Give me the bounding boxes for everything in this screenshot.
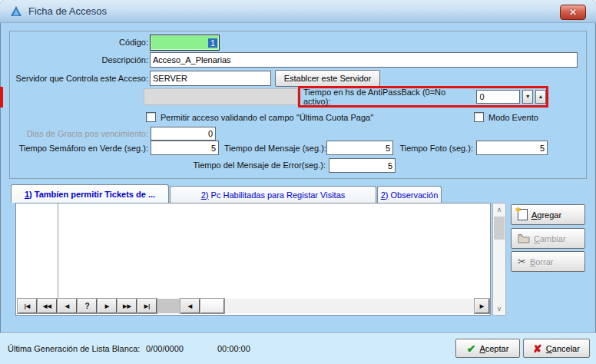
close-button[interactable]: ✕: [560, 5, 586, 20]
mensaje-error-label: Tiempo del Mensaje de Error(seg.):: [164, 160, 326, 170]
hscroll-thumb[interactable]: [200, 299, 224, 313]
antipassback-highlight: Tiempo en hs de AntiPassBack (0=No activ…: [298, 86, 548, 108]
new-document-icon: ✶: [518, 209, 528, 220]
establecer-servidor-button[interactable]: Establcer este Servidor: [275, 70, 380, 87]
vscroll-thumb[interactable]: [494, 217, 505, 240]
antipassback-label: Tiempo en hs de AntiPassBack (0=No activ…: [303, 88, 474, 106]
agregar-button[interactable]: ✶ Agregar: [511, 204, 585, 225]
permitir-checkbox-label: Permitir acceso validando el campo ''Últ…: [161, 113, 373, 122]
lista-blanca-date: 0/00/0000: [146, 344, 184, 353]
nav-first-button[interactable]: |◀: [18, 299, 37, 313]
hscroll-left-icon[interactable]: ◀: [180, 299, 200, 313]
tab-pc-habilitadas[interactable]: 2) Pc Habilitadas para Registar Visitas: [170, 186, 376, 203]
dias-gracia-label: Dias de Gracia pos vencimiento:: [15, 129, 148, 138]
servidor-label: Servidor que Controla este Acceso:: [15, 74, 148, 83]
hscroll-right-icon[interactable]: ▶: [475, 299, 489, 313]
cross-icon: ✘: [533, 342, 542, 355]
app-logo-icon: [10, 5, 22, 18]
mensaje-error-input[interactable]: [329, 158, 396, 173]
disabled-progress-bar: [144, 88, 298, 105]
codigo-label: Código:: [46, 38, 148, 47]
spin-up-icon[interactable]: ▲: [535, 90, 546, 104]
mensaje-input[interactable]: [326, 141, 393, 155]
hscrollbar-gap: [157, 299, 180, 313]
dialog-ficha-de-accesos: Ficha de Accesos ✕ Código: 1 Descripción…: [0, 0, 596, 364]
servidor-input[interactable]: [150, 71, 271, 86]
close-icon: ✕: [569, 7, 577, 18]
cancelar-button[interactable]: ✘ Cancelar: [523, 339, 590, 358]
scroll-up-icon[interactable]: ∧: [493, 204, 505, 216]
footer-panel: Última Generación de Lista Blanca: 0/00/…: [0, 333, 596, 364]
permitir-checkbox[interactable]: [146, 112, 156, 122]
foto-input[interactable]: [476, 141, 548, 155]
nav-prior-button[interactable]: ◀: [58, 299, 77, 313]
list-column-divider: [58, 204, 58, 298]
annotation-left-mark: [0, 87, 3, 108]
tickets-list[interactable]: |◀ ◀◀ ◀ ? ▶ ▶▶ ▶| ◀ ▶: [15, 203, 491, 316]
folder-icon: [518, 233, 530, 243]
check-icon: ✔: [467, 342, 476, 355]
tab-tickets[interactable]: 1) Tambíen permitir Tickets de ...: [11, 184, 169, 203]
nav-search-button[interactable]: ?: [78, 299, 97, 313]
nav-next-page-button[interactable]: ▶▶: [118, 299, 137, 313]
modo-evento-checkbox[interactable]: [474, 112, 484, 122]
list-vscrollbar[interactable]: ∧ ∨: [492, 203, 506, 316]
scissors-icon: ✂: [518, 256, 526, 267]
semaforo-input[interactable]: [151, 141, 219, 155]
nav-last-button[interactable]: ▶|: [137, 299, 157, 313]
nav-next-button[interactable]: ▶: [98, 299, 117, 313]
nav-prior-page-button[interactable]: ◀◀: [38, 299, 57, 313]
antipassback-input[interactable]: 0: [476, 90, 520, 104]
lista-blanca-time: 00:00:00: [217, 344, 250, 353]
dias-gracia-input[interactable]: [151, 127, 216, 141]
modo-evento-checkbox-label: Modo Evento: [488, 113, 538, 122]
semaforo-label: Tiempo Semáforo en Verde (seg.):: [15, 144, 148, 153]
mensaje-label: Tiempo del Mensaje (seg.):: [224, 144, 323, 153]
borrar-button[interactable]: ✂ Borrar: [511, 251, 585, 272]
titlebar[interactable]: Ficha de Accesos ✕: [0, 0, 596, 23]
foto-label: Tiempo Foto (seg.):: [392, 144, 473, 153]
descripcion-label: Descripción:: [46, 55, 148, 65]
hscroll-track[interactable]: [225, 299, 474, 313]
spin-down-icon[interactable]: ▼: [522, 90, 533, 104]
codigo-field[interactable]: 1: [150, 35, 220, 51]
scroll-down-icon[interactable]: ∨: [493, 303, 505, 315]
tab-observacion[interactable]: 2) Observación: [377, 186, 442, 203]
record-navigator: |◀ ◀◀ ◀ ? ▶ ▶▶ ▶| ◀ ▶: [18, 298, 489, 313]
descripcion-input[interactable]: [150, 52, 578, 68]
window-title: Ficha de Accesos: [28, 5, 107, 17]
codigo-value-selected: 1: [208, 38, 217, 48]
lista-blanca-status-label: Última Generación de Lista Blanca:: [8, 344, 140, 353]
aceptar-button[interactable]: ✔ Aceptar: [455, 339, 520, 358]
cambiar-button[interactable]: Cambiar: [511, 228, 585, 249]
